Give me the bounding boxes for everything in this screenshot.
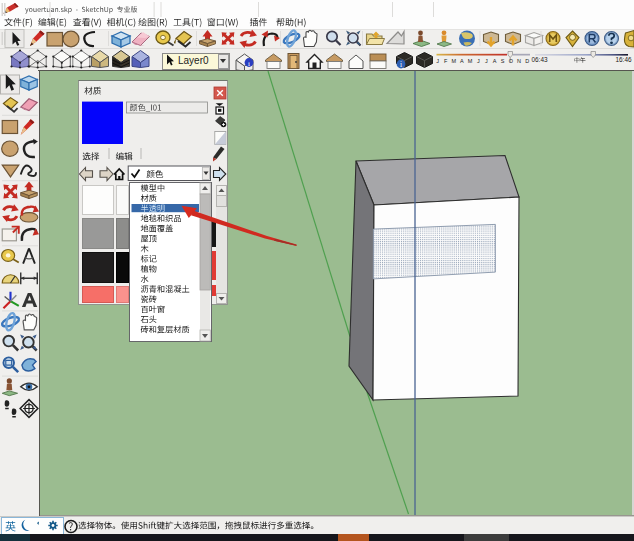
svg-text:A: A — [460, 58, 464, 64]
svg-text:J: J — [436, 58, 439, 64]
svg-text:D: D — [525, 58, 529, 64]
svg-text:16:46: 16:46 — [616, 56, 632, 63]
svg-text:N: N — [517, 58, 521, 64]
svg-text:F: F — [444, 58, 448, 64]
svg-text:M: M — [452, 58, 457, 64]
svg-text:J: J — [477, 58, 480, 64]
svg-text:O: O — [509, 58, 514, 64]
svg-text:J: J — [485, 58, 488, 64]
svg-text:M: M — [468, 58, 473, 64]
svg-text:A: A — [493, 58, 497, 64]
svg-text:06:43: 06:43 — [532, 56, 548, 63]
svg-text:S: S — [501, 58, 505, 64]
